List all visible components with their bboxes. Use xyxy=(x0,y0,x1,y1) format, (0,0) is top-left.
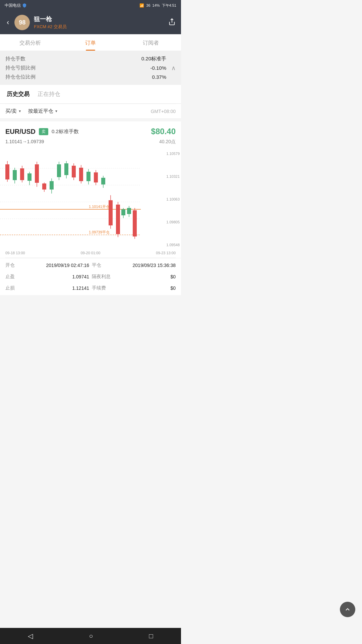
commission-row: 手续费 $0 xyxy=(92,285,176,291)
stop-profit-value: 1.09741 xyxy=(72,274,89,279)
svg-rect-12 xyxy=(20,168,24,180)
stop-profit-row: 止盈 1.09741 xyxy=(5,274,89,280)
stop-loss-value: 1.12141 xyxy=(72,285,89,291)
y-label-1: 1.10579 xyxy=(166,152,180,156)
open-time: 2019/09/19 02:47:16 xyxy=(46,263,89,268)
overnight-row: 隔夜利息 $0 xyxy=(92,274,176,280)
x-axis-labels: 09-18 13:00 09-20 01:00 09-23 13:00 xyxy=(0,250,181,258)
carrier-text: 中国电信 xyxy=(5,3,21,8)
tab-orders[interactable]: 订单 xyxy=(60,34,121,51)
loss-label: 持仓亏损比例 xyxy=(5,65,36,71)
y-axis-labels: 1.10579 1.10321 1.10063 1.09805 1.09548 xyxy=(166,149,180,250)
stats-lot-row: 持仓手数 0.20标准手 xyxy=(5,56,176,62)
svg-text:1.10141开仓: 1.10141开仓 xyxy=(89,205,110,209)
svg-rect-8 xyxy=(5,164,9,179)
svg-rect-30 xyxy=(86,172,90,181)
svg-rect-14 xyxy=(27,173,32,181)
user-sub: FXCM #2 交易员 xyxy=(34,24,164,30)
svg-rect-24 xyxy=(64,163,68,175)
trade-header: EUR/USD 卖 0.2标准手数 $80.40 xyxy=(0,121,181,139)
svg-text:1.09739平仓: 1.09739平仓 xyxy=(89,230,110,234)
user-name: 狙一枪 xyxy=(34,15,164,23)
stats-loss-row: 持仓亏损比例 -0.10% xyxy=(5,65,176,71)
x-label-1: 09-18 13:00 xyxy=(5,251,25,255)
stop-loss-label: 止损 xyxy=(5,285,15,291)
svg-rect-40 xyxy=(121,209,125,215)
sort-filter[interactable]: 按最近平仓 ▼ xyxy=(28,108,58,114)
stop-loss-row: 止损 1.12141 xyxy=(5,285,89,291)
svg-rect-36 xyxy=(109,200,113,225)
avatar: 98 xyxy=(14,15,30,30)
points: 40.20点 xyxy=(159,139,176,145)
time-text: 下午4:51 xyxy=(162,3,176,8)
back-button[interactable]: ‹ xyxy=(5,17,10,28)
loss-value: -0.10% xyxy=(150,65,166,71)
close-time: 2019/09/23 15:36:38 xyxy=(133,263,176,268)
tab-subscribers[interactable]: 订阅者 xyxy=(121,34,181,51)
x-label-3: 09-23 13:00 xyxy=(156,251,176,255)
x-label-2: 09-20 01:00 xyxy=(81,251,101,255)
open-label: 开仓 xyxy=(5,262,15,268)
overnight-label: 隔夜利息 xyxy=(92,274,111,280)
user-info: 狙一枪 FXCM #2 交易员 xyxy=(34,15,164,30)
tab-analysis[interactable]: 交易分析 xyxy=(0,34,60,51)
candlestick-chart: 1.10141开仓 1.09739平仓 xyxy=(0,152,161,246)
svg-rect-18 xyxy=(42,183,46,190)
header: ‹ 98 狙一枪 FXCM #2 交易员 xyxy=(0,11,181,34)
direction-badge: 卖 xyxy=(39,128,48,135)
status-bar: 中国电信 📶 36 14% 下午4:51 xyxy=(0,0,181,11)
lot-size: 0.2标准手数 xyxy=(52,128,79,135)
svg-rect-26 xyxy=(72,166,76,177)
wifi-icon: 📶 xyxy=(139,3,144,8)
y-label-2: 1.10321 xyxy=(166,174,180,178)
stats-panel: 持仓手数 0.20标准手 持仓亏损比例 -0.10% 持仓仓位比例 0.37% … xyxy=(0,51,181,85)
svg-rect-42 xyxy=(127,208,131,214)
shield-icon xyxy=(22,3,27,8)
pos-label: 持仓仓位比例 xyxy=(5,74,36,80)
buy-sell-filter[interactable]: 买/卖 ▼ xyxy=(5,108,21,114)
pos-value: 0.37% xyxy=(152,74,166,80)
svg-rect-34 xyxy=(101,178,105,184)
svg-rect-28 xyxy=(79,168,83,181)
stop-profit-label: 止盈 xyxy=(5,274,15,280)
sort-arrow: ▼ xyxy=(55,109,58,113)
sub-tab-history[interactable]: 历史交易 xyxy=(7,90,29,99)
pair-name: EUR/USD xyxy=(5,128,36,136)
price-row: 1.10141→1.09739 40.20点 xyxy=(0,139,181,149)
close-label: 平仓 xyxy=(92,262,101,268)
commission-label: 手续费 xyxy=(92,285,106,291)
sub-tabs: 历史交易 正在持仓 xyxy=(0,85,181,104)
price-change: 1.10141→1.09739 xyxy=(5,139,44,145)
open-time-row: 开仓 2019/09/19 02:47:16 xyxy=(5,262,89,268)
overnight-value: $0 xyxy=(170,274,176,279)
svg-rect-44 xyxy=(133,210,137,236)
stats-pos-row: 持仓仓位比例 0.37% xyxy=(5,74,176,80)
svg-rect-20 xyxy=(50,181,54,190)
main-tabs: 交易分析 订单 订阅者 xyxy=(0,34,181,51)
collapse-button[interactable]: ∧ xyxy=(171,64,176,72)
close-time-row: 平仓 2019/09/23 15:36:38 xyxy=(92,262,176,268)
svg-rect-10 xyxy=(13,170,17,180)
svg-rect-16 xyxy=(35,164,39,183)
y-label-5: 1.09548 xyxy=(166,243,180,247)
gmt-label: GMT+08:00 xyxy=(151,109,176,114)
battery-text: 14% xyxy=(153,3,160,7)
svg-rect-22 xyxy=(57,164,61,177)
y-label-4: 1.09805 xyxy=(166,220,180,224)
lot-label: 持仓手数 xyxy=(5,56,25,62)
trade-card: EUR/USD 卖 0.2标准手数 $80.40 1.10141→1.09739… xyxy=(0,121,181,295)
lot-value: 0.20标准手 xyxy=(141,56,166,62)
svg-rect-38 xyxy=(116,205,120,234)
y-label-3: 1.10063 xyxy=(166,197,180,201)
svg-rect-32 xyxy=(94,172,98,182)
signal-strength: 36 xyxy=(146,3,150,7)
buy-sell-arrow: ▼ xyxy=(18,109,21,113)
chart-container: 1.10141开仓 1.09739平仓 1.10579 1.10321 1.10… xyxy=(0,149,181,250)
share-button[interactable] xyxy=(168,18,176,27)
status-left: 中国电信 xyxy=(5,3,27,8)
trade-details: 开仓 2019/09/19 02:47:16 平仓 2019/09/23 15:… xyxy=(0,258,181,295)
status-right: 📶 36 14% 下午4:51 xyxy=(139,3,176,8)
profit-value: $80.40 xyxy=(151,127,176,136)
filter-bar: 买/卖 ▼ 按最近平仓 ▼ GMT+08:00 xyxy=(0,104,181,119)
sub-tab-holding[interactable]: 正在持仓 xyxy=(38,90,60,99)
